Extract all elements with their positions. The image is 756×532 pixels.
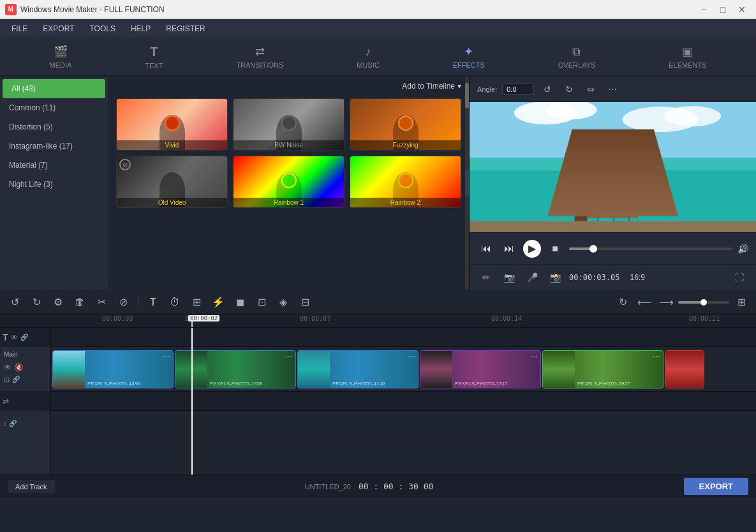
loop-button[interactable]: ↻ <box>613 293 632 311</box>
pip-button[interactable]: ⊞ <box>187 293 206 311</box>
text-track-link[interactable]: 🔗 <box>20 334 28 341</box>
more-options-button[interactable]: ⋯ <box>604 81 621 98</box>
filter-common[interactable]: Common (11) <box>0 98 108 117</box>
main-track-controls: 👁 🔇 <box>4 363 24 372</box>
angle-input[interactable] <box>502 84 534 95</box>
clip-partial[interactable] <box>665 350 704 388</box>
tab-elements[interactable]: ▣ ELEMENTS <box>658 40 716 74</box>
filter-instagram[interactable]: Instagram-like (17) <box>0 137 108 156</box>
clip-pexels-1517[interactable]: PEXELS-PHOTO-1517 ⋯ <box>420 350 541 388</box>
zoom-slider[interactable] <box>678 301 729 304</box>
mic-button[interactable]: 🎤 <box>523 269 541 286</box>
zoom-in-button[interactable]: ⟶ <box>656 293 676 311</box>
clip-more-icon[interactable]: ⋯ <box>408 352 415 361</box>
pen-tool-button[interactable]: ✏ <box>477 269 495 286</box>
fit-button[interactable]: ⊞ <box>732 293 751 311</box>
screenshot-button[interactable]: 📸 <box>546 269 564 286</box>
clip-more-icon[interactable]: ⋯ <box>285 352 293 361</box>
undo-button[interactable]: ↺ <box>5 293 24 311</box>
duration-button[interactable]: ⏱ <box>165 293 184 311</box>
filter-all[interactable]: All (43) <box>3 79 105 98</box>
step-back-button[interactable]: ⏭ <box>500 240 518 258</box>
skip-start-button[interactable]: ⏮ <box>477 240 495 258</box>
sub-track-row <box>51 392 756 411</box>
fullscreen-button[interactable]: ⛶ <box>730 269 748 286</box>
effect-oldvideo[interactable]: ⊘ Old Video <box>116 156 228 208</box>
clip-more-icon[interactable]: ⋯ <box>653 352 660 361</box>
filter-nightlife[interactable]: Night Life (3) <box>0 175 108 194</box>
zoom-fill <box>678 301 704 304</box>
clip-pexels-1658[interactable]: PEXELS-PHOTO-1658 ⋯ <box>175 350 296 388</box>
effect-bwnoise[interactable]: BW Noise <box>233 98 345 151</box>
add-track-button[interactable]: Add Track <box>8 480 55 493</box>
transform-button[interactable]: ⊟ <box>295 293 315 311</box>
chevron-down-icon: ▾ <box>457 82 461 91</box>
menu-tools[interactable]: TOOLS <box>83 22 121 36</box>
split-button[interactable]: ✂ <box>92 293 111 311</box>
filter-distortion[interactable]: Distortion (5) <box>0 117 108 137</box>
motion-button[interactable]: ⚡ <box>209 293 228 311</box>
flip-button[interactable]: ⇔ <box>582 81 599 98</box>
tab-effects[interactable]: ✦ EFFECTS <box>443 40 495 74</box>
redo-button[interactable]: ↻ <box>27 293 46 311</box>
tab-music[interactable]: ♪ MUSIC <box>346 40 389 74</box>
clip-more-icon[interactable]: ⋯ <box>163 352 170 361</box>
close-button[interactable]: ✕ <box>733 3 751 16</box>
clip-pexels-4496[interactable]: PEXELS-PHOTO-4496 ⋯ <box>52 350 174 388</box>
delete-button[interactable]: 🗑 <box>70 293 89 311</box>
ruler-time-label: 00:00:02 <box>188 315 219 321</box>
effect-fuzzying[interactable]: Fuzzying <box>350 98 461 151</box>
camera-button[interactable]: 📷 <box>500 269 518 286</box>
add-to-timeline-button[interactable]: Add to Timeline ▾ <box>402 82 461 91</box>
clip-pexels-3817[interactable]: PEXELS-PHOTO-3817 ⋯ <box>542 350 663 388</box>
effect-vivid[interactable]: Vivid <box>116 98 228 151</box>
export-button[interactable]: EXPORT <box>684 478 748 495</box>
preview-top-controls: Angle: ↺ ↻ ⇔ ⋯ <box>470 77 756 102</box>
clip-thumb <box>53 351 85 388</box>
effect-rainbow2[interactable]: Rainbow 2 <box>350 156 461 208</box>
clip-pexels-4140[interactable]: PEXELS-PHOTO-4140 ⋯ <box>297 350 419 388</box>
scroll-thumb[interactable] <box>465 83 469 108</box>
color-button[interactable]: ◈ <box>274 293 293 311</box>
stop-button[interactable]: ■ <box>546 240 564 258</box>
clip-more-icon[interactable]: ⋯ <box>530 352 538 361</box>
volume-button[interactable]: 🔊 <box>737 244 748 254</box>
collapse-panel-button[interactable]: ‹ <box>465 170 469 196</box>
crop-button[interactable]: ⊡ <box>252 293 271 311</box>
clip-name: PEXELS-PHOTO-1517 <box>455 381 508 387</box>
text-track-eye[interactable]: 👁 <box>11 334 18 341</box>
play-button[interactable]: ▶ <box>523 240 541 258</box>
maximize-button[interactable]: □ <box>714 3 732 16</box>
minimize-button[interactable]: − <box>695 3 713 16</box>
menu-file[interactable]: FILE <box>5 22 34 36</box>
filter-material[interactable]: Material (7) <box>0 156 108 175</box>
main-track-mute[interactable]: 🔇 <box>14 363 24 372</box>
zoom-out-button[interactable]: ⟵ <box>635 293 654 311</box>
rotate-right-button[interactable]: ↻ <box>561 81 577 98</box>
menu-register[interactable]: REGISTER <box>159 22 211 36</box>
preview-video-frame <box>470 102 756 232</box>
menu-export[interactable]: EXPORT <box>36 22 80 36</box>
text-tool-button[interactable]: T <box>144 293 163 311</box>
effects-icon: ✦ <box>464 45 473 59</box>
transitions-icon: ⇄ <box>255 45 265 59</box>
tab-transitions[interactable]: ⇄ TRANSITIONS <box>226 40 293 74</box>
rotate-left-button[interactable]: ↺ <box>539 81 556 98</box>
progress-bar[interactable] <box>569 248 732 250</box>
tab-media[interactable]: 🎬 MEDIA <box>39 40 82 74</box>
window-controls[interactable]: − □ ✕ <box>695 3 751 16</box>
effect-rainbow1[interactable]: Rainbow 1 <box>233 156 345 208</box>
app-title: Windows Movie Maker - FULL FUNCTION <box>20 5 165 14</box>
menu-help[interactable]: HELP <box>124 22 157 36</box>
main-track-link[interactable]: 🔗 <box>12 376 20 384</box>
main-track-crop[interactable]: ⊡ <box>4 376 10 384</box>
detach-button[interactable]: ⊘ <box>114 293 133 311</box>
ruler-mark-3: 00:00:14 <box>491 315 522 322</box>
settings-button[interactable]: ⚙ <box>48 293 68 311</box>
tab-text[interactable]: T TEXT <box>135 40 173 75</box>
tab-overlays[interactable]: ⧉ OVERLAYS <box>548 40 606 74</box>
sub-track-label: ⇄ <box>0 392 50 411</box>
main-track-eye[interactable]: 👁 <box>4 363 11 372</box>
shape-button[interactable]: ◼ <box>230 293 249 311</box>
audio-track-link[interactable]: 🔗 <box>9 420 17 427</box>
